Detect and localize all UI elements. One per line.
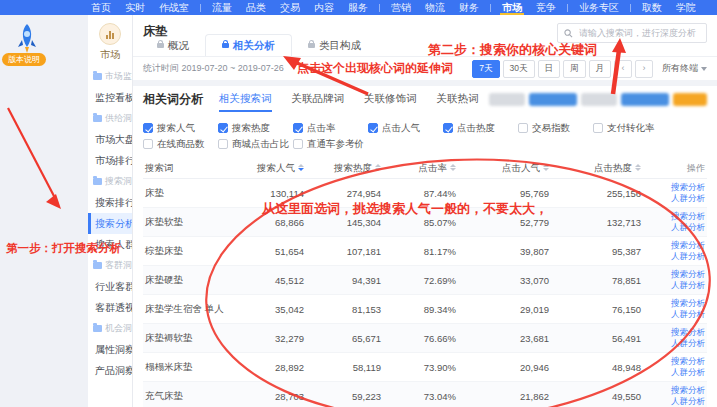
- version-badge[interactable]: 版本说明: [2, 53, 46, 66]
- blurred-toggle-2[interactable]: [581, 93, 617, 106]
- column-header-点击率[interactable]: 点击率: [395, 162, 470, 175]
- subtab-关联热词[interactable]: 关联热词: [437, 86, 479, 112]
- sidebar-item-市场排行[interactable]: 市场排行: [88, 150, 132, 171]
- blurred-toggle-3[interactable]: [621, 93, 669, 106]
- tab-相关分析[interactable]: 相关分析: [205, 34, 292, 56]
- checkbox-checked-icon[interactable]: [218, 123, 228, 133]
- column-header-点击人气[interactable]: 点击人气: [470, 162, 563, 175]
- metric-label: 交易指数: [532, 122, 570, 135]
- subtab-关联品牌词[interactable]: 关联品牌词: [292, 86, 345, 112]
- column-header-搜索人气[interactable]: 搜索人气: [233, 162, 318, 175]
- checkbox-icon[interactable]: [518, 123, 528, 133]
- deep-search-box[interactable]: [557, 23, 707, 43]
- action-link-搜索分析[interactable]: 搜索分析: [655, 269, 705, 280]
- action-link-搜索分析[interactable]: 搜索分析: [655, 385, 705, 396]
- blurred-toggle-0[interactable]: [489, 93, 525, 106]
- checkbox-checked-icon[interactable]: [368, 123, 378, 133]
- sort-icon[interactable]: [635, 164, 641, 171]
- blurred-toggle-1[interactable]: [529, 93, 577, 106]
- action-link-搜索分析[interactable]: 搜索分析: [655, 211, 705, 222]
- nav-item-服务[interactable]: 服务: [341, 0, 375, 15]
- checkbox-checked-icon[interactable]: [443, 123, 453, 133]
- metric-checkbox-搜索人气[interactable]: 搜索人气: [143, 122, 218, 135]
- nav-item-首页[interactable]: 首页: [84, 0, 118, 15]
- sort-icon[interactable]: [543, 164, 549, 171]
- market-module-label: 市场: [88, 48, 132, 62]
- sidebar-item-行业客群[interactable]: 行业客群: [88, 276, 132, 297]
- range-button-周[interactable]: 周: [563, 60, 586, 78]
- nav-item-实时[interactable]: 实时: [118, 0, 152, 15]
- action-link-人群分析[interactable]: 人群分析: [655, 338, 705, 349]
- range-button-月[interactable]: 月: [589, 60, 612, 78]
- checkbox-icon[interactable]: [218, 139, 228, 149]
- action-link-搜索分析[interactable]: 搜索分析: [655, 298, 705, 309]
- search-input[interactable]: [577, 27, 700, 39]
- column-header-搜索热度[interactable]: 搜索热度: [318, 162, 395, 175]
- metric-checkbox-商城点击占比[interactable]: 商城点击占比: [218, 138, 293, 151]
- action-link-人群分析[interactable]: 人群分析: [655, 396, 705, 407]
- nav-item-取数[interactable]: 取数: [635, 0, 669, 15]
- metric-checkbox-点击率[interactable]: 点击率: [293, 122, 368, 135]
- sidebar-item-属性洞察[interactable]: 属性洞察: [88, 339, 132, 360]
- nav-item-品类[interactable]: 品类: [239, 0, 273, 15]
- column-header-点击热度[interactable]: 点击热度: [563, 162, 655, 175]
- nav-item-财务[interactable]: 财务: [452, 0, 486, 15]
- sidebar-item-客群透视[interactable]: 客群透视: [88, 297, 132, 318]
- metric-checkbox-搜索热度[interactable]: 搜索热度: [218, 122, 293, 135]
- sidebar-item-搜索分析[interactable]: 搜索分析: [88, 213, 132, 234]
- sidebar-item-搜索人群[interactable]: 搜索人群: [88, 234, 132, 255]
- range-button-7天[interactable]: 7天: [472, 60, 499, 78]
- metric-checkbox-交易指数[interactable]: 交易指数: [518, 122, 593, 135]
- nav-item-学院[interactable]: 学院: [669, 0, 703, 15]
- value-cell: 52,779: [470, 217, 563, 228]
- action-link-人群分析[interactable]: 人群分析: [655, 222, 705, 233]
- metric-checkbox-点击热度[interactable]: 点击热度: [443, 122, 518, 135]
- keyword-cell: 床垫: [143, 187, 233, 200]
- sort-icon[interactable]: [450, 164, 456, 171]
- action-cell: 搜索分析人群分析: [655, 327, 707, 349]
- subtab-关联修饰词[interactable]: 关联修饰词: [364, 86, 417, 112]
- checkbox-icon[interactable]: [593, 123, 603, 133]
- action-link-人群分析[interactable]: 人群分析: [655, 367, 705, 378]
- nav-item-业务专区[interactable]: 业务专区: [572, 0, 626, 15]
- nav-item-物流[interactable]: 物流: [418, 0, 452, 15]
- nav-item-流量[interactable]: 流量: [205, 0, 239, 15]
- action-link-搜索分析[interactable]: 搜索分析: [655, 327, 705, 338]
- search-icon: [564, 29, 573, 38]
- checkbox-icon[interactable]: [293, 139, 303, 149]
- pager-prev-button[interactable]: ‹: [614, 60, 632, 78]
- checkbox-checked-icon[interactable]: [293, 123, 303, 133]
- sidebar-item-市场大盘[interactable]: 市场大盘: [88, 129, 132, 150]
- sidebar-item-产品洞察[interactable]: 产品洞察: [88, 360, 132, 381]
- range-button-30天[interactable]: 30天: [503, 60, 535, 78]
- sort-icon[interactable]: [375, 164, 381, 171]
- sidebar-item-搜索排行[interactable]: 搜索排行: [88, 192, 132, 213]
- nav-item-作战室[interactable]: 作战室: [152, 0, 196, 15]
- checkbox-checked-icon[interactable]: [143, 123, 153, 133]
- nav-item-市场[interactable]: 市场: [495, 0, 529, 15]
- range-button-日[interactable]: 日: [538, 60, 561, 78]
- action-link-人群分析[interactable]: 人群分析: [655, 251, 705, 262]
- metric-checkbox-直通车参考价[interactable]: 直通车参考价: [293, 138, 368, 151]
- metric-checkbox-在线商品数[interactable]: 在线商品数: [143, 138, 218, 151]
- blurred-toggle-4[interactable]: [673, 93, 707, 106]
- action-link-搜索分析[interactable]: 搜索分析: [655, 356, 705, 367]
- sort-icon[interactable]: [298, 164, 304, 171]
- action-link-搜索分析[interactable]: 搜索分析: [655, 182, 705, 193]
- checkbox-icon[interactable]: [143, 139, 153, 149]
- metric-checkbox-支付转化率[interactable]: 支付转化率: [593, 122, 668, 135]
- nav-item-营销[interactable]: 营销: [384, 0, 418, 15]
- action-link-人群分析[interactable]: 人群分析: [655, 309, 705, 320]
- action-link-人群分析[interactable]: 人群分析: [655, 280, 705, 291]
- metric-checkbox-点击人气[interactable]: 点击人气: [368, 122, 443, 135]
- tab-类目构成[interactable]: 类目构成: [292, 35, 377, 56]
- nav-item-交易[interactable]: 交易: [273, 0, 307, 15]
- action-link-人群分析[interactable]: 人群分析: [655, 193, 705, 204]
- subtab-相关搜索词[interactable]: 相关搜索词: [219, 86, 272, 112]
- pager-next-button[interactable]: ›: [635, 60, 653, 78]
- terminal-dropdown[interactable]: 所有终端: [662, 62, 707, 75]
- nav-item-竞争[interactable]: 竞争: [529, 0, 563, 15]
- sidebar-item-监控看板[interactable]: 监控看板: [88, 87, 132, 108]
- action-link-搜索分析[interactable]: 搜索分析: [655, 240, 705, 251]
- nav-item-内容[interactable]: 内容: [307, 0, 341, 15]
